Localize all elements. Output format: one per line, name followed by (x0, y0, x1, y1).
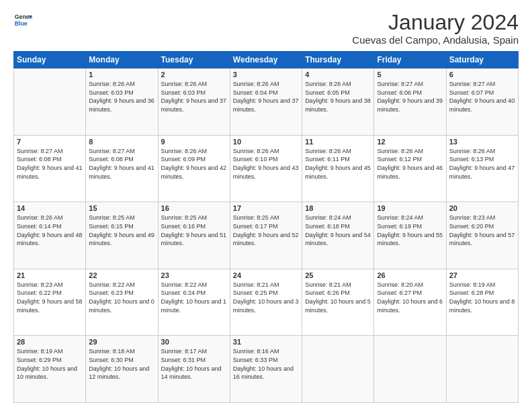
day-number: 30 (161, 338, 227, 346)
table-row (374, 336, 446, 403)
day-info: Sunrise: 8:27 AMSunset: 6:08 PMDaylight:… (17, 147, 83, 181)
table-row: 28 Sunrise: 8:19 AMSunset: 6:29 PMDaylig… (14, 336, 86, 403)
table-row: 19 Sunrise: 8:24 AMSunset: 6:19 PMDaylig… (374, 202, 446, 269)
table-row: 11 Sunrise: 8:26 AMSunset: 6:11 PMDaylig… (302, 135, 374, 202)
col-friday: Friday (374, 52, 446, 68)
table-row: 17 Sunrise: 8:25 AMSunset: 6:17 PMDaylig… (230, 202, 302, 269)
table-row: 3 Sunrise: 8:26 AMSunset: 6:04 PMDayligh… (230, 68, 302, 136)
day-info: Sunrise: 8:27 AMSunset: 6:07 PMDaylight:… (449, 80, 515, 113)
day-number: 12 (377, 138, 443, 146)
day-info: Sunrise: 8:21 AMSunset: 6:26 PMDaylight:… (305, 281, 371, 314)
table-row: 31 Sunrise: 8:16 AMSunset: 6:33 PMDaylig… (230, 336, 302, 403)
calendar-week-0: 1 Sunrise: 8:26 AMSunset: 6:03 PMDayligh… (14, 68, 519, 136)
table-row: 24 Sunrise: 8:21 AMSunset: 6:25 PMDaylig… (230, 269, 302, 336)
day-info: Sunrise: 8:19 AMSunset: 6:29 PMDaylight:… (17, 347, 83, 381)
logo-icon: General Blue (13, 11, 32, 30)
table-row: 1 Sunrise: 8:26 AMSunset: 6:03 PMDayligh… (86, 68, 158, 136)
day-info: Sunrise: 8:25 AMSunset: 6:17 PMDaylight:… (233, 214, 299, 247)
table-row: 21 Sunrise: 8:23 AMSunset: 6:22 PMDaylig… (14, 269, 86, 336)
table-row: 4 Sunrise: 8:26 AMSunset: 6:05 PMDayligh… (302, 68, 374, 136)
calendar-table: Sunday Monday Tuesday Wednesday Thursday… (13, 51, 519, 403)
day-number: 24 (233, 271, 299, 279)
table-row: 15 Sunrise: 8:25 AMSunset: 6:15 PMDaylig… (86, 202, 158, 269)
day-info: Sunrise: 8:26 AMSunset: 6:03 PMDaylight:… (161, 80, 227, 113)
table-row: 5 Sunrise: 8:27 AMSunset: 6:06 PMDayligh… (374, 68, 446, 136)
col-sunday: Sunday (14, 52, 86, 68)
table-row: 22 Sunrise: 8:22 AMSunset: 6:23 PMDaylig… (86, 269, 158, 336)
day-number: 22 (89, 271, 154, 279)
table-row: 18 Sunrise: 8:24 AMSunset: 6:18 PMDaylig… (302, 202, 374, 269)
table-row: 27 Sunrise: 8:19 AMSunset: 6:28 PMDaylig… (446, 269, 518, 336)
day-number: 23 (161, 271, 227, 279)
table-row: 29 Sunrise: 8:18 AMSunset: 6:30 PMDaylig… (86, 336, 158, 403)
day-number: 31 (233, 338, 299, 346)
day-info: Sunrise: 8:26 AMSunset: 6:03 PMDaylight:… (89, 80, 154, 113)
day-info: Sunrise: 8:24 AMSunset: 6:19 PMDaylight:… (377, 214, 443, 247)
day-number: 5 (377, 71, 443, 79)
col-tuesday: Tuesday (158, 52, 230, 68)
day-number: 13 (449, 138, 515, 146)
day-number: 4 (305, 71, 371, 79)
day-info: Sunrise: 8:26 AMSunset: 6:10 PMDaylight:… (233, 147, 299, 181)
day-number: 3 (233, 71, 299, 79)
day-number: 7 (17, 138, 83, 146)
day-info: Sunrise: 8:16 AMSunset: 6:33 PMDaylight:… (233, 347, 299, 381)
day-info: Sunrise: 8:22 AMSunset: 6:24 PMDaylight:… (161, 281, 227, 314)
day-info: Sunrise: 8:25 AMSunset: 6:16 PMDaylight:… (161, 214, 227, 247)
day-number: 20 (449, 204, 515, 212)
month-title: January 2024 (352, 11, 519, 34)
table-row: 7 Sunrise: 8:27 AMSunset: 6:08 PMDayligh… (14, 135, 86, 202)
day-number: 17 (233, 204, 299, 212)
day-info: Sunrise: 8:26 AMSunset: 6:11 PMDaylight:… (305, 147, 371, 181)
calendar-week-4: 28 Sunrise: 8:19 AMSunset: 6:29 PMDaylig… (14, 336, 519, 403)
day-number: 29 (89, 338, 154, 346)
table-row: 13 Sunrise: 8:26 AMSunset: 6:13 PMDaylig… (446, 135, 518, 202)
day-info: Sunrise: 8:26 AMSunset: 6:12 PMDaylight:… (377, 147, 443, 181)
col-wednesday: Wednesday (230, 52, 302, 68)
day-info: Sunrise: 8:26 AMSunset: 6:05 PMDaylight:… (305, 80, 371, 113)
day-info: Sunrise: 8:18 AMSunset: 6:30 PMDaylight:… (89, 347, 154, 381)
table-row: 23 Sunrise: 8:22 AMSunset: 6:24 PMDaylig… (158, 269, 230, 336)
day-info: Sunrise: 8:20 AMSunset: 6:27 PMDaylight:… (377, 281, 443, 314)
day-number: 21 (17, 271, 83, 279)
logo: General Blue (13, 11, 32, 30)
day-number: 15 (89, 204, 154, 212)
day-info: Sunrise: 8:21 AMSunset: 6:25 PMDaylight:… (233, 281, 299, 314)
day-info: Sunrise: 8:22 AMSunset: 6:23 PMDaylight:… (89, 281, 154, 314)
day-number: 10 (233, 138, 299, 146)
calendar-week-2: 14 Sunrise: 8:26 AMSunset: 6:14 PMDaylig… (14, 202, 519, 269)
day-info: Sunrise: 8:26 AMSunset: 6:13 PMDaylight:… (449, 147, 515, 181)
day-number: 11 (305, 138, 371, 146)
day-number: 26 (377, 271, 443, 279)
table-row: 16 Sunrise: 8:25 AMSunset: 6:16 PMDaylig… (158, 202, 230, 269)
location-title: Cuevas del Campo, Andalusia, Spain (352, 34, 519, 46)
table-row: 8 Sunrise: 8:27 AMSunset: 6:08 PMDayligh… (86, 135, 158, 202)
header-row: Sunday Monday Tuesday Wednesday Thursday… (14, 52, 519, 68)
day-info: Sunrise: 8:23 AMSunset: 6:22 PMDaylight:… (17, 281, 83, 314)
day-info: Sunrise: 8:23 AMSunset: 6:20 PMDaylight:… (449, 214, 515, 247)
table-row: 2 Sunrise: 8:26 AMSunset: 6:03 PMDayligh… (158, 68, 230, 136)
title-block: January 2024 Cuevas del Campo, Andalusia… (352, 11, 519, 46)
svg-text:Blue: Blue (15, 20, 28, 27)
day-number: 19 (377, 204, 443, 212)
day-number: 25 (305, 271, 371, 279)
day-number: 8 (89, 138, 154, 146)
table-row: 9 Sunrise: 8:26 AMSunset: 6:09 PMDayligh… (158, 135, 230, 202)
day-info: Sunrise: 8:26 AMSunset: 6:09 PMDaylight:… (161, 147, 227, 181)
day-info: Sunrise: 8:17 AMSunset: 6:31 PMDaylight:… (161, 347, 227, 381)
day-info: Sunrise: 8:27 AMSunset: 6:06 PMDaylight:… (377, 80, 443, 113)
table-row: 26 Sunrise: 8:20 AMSunset: 6:27 PMDaylig… (374, 269, 446, 336)
table-row (14, 68, 86, 136)
day-number: 28 (17, 338, 83, 346)
day-info: Sunrise: 8:26 AMSunset: 6:14 PMDaylight:… (17, 214, 83, 247)
table-row: 6 Sunrise: 8:27 AMSunset: 6:07 PMDayligh… (446, 68, 518, 136)
table-row: 20 Sunrise: 8:23 AMSunset: 6:20 PMDaylig… (446, 202, 518, 269)
day-number: 27 (449, 271, 515, 279)
calendar-week-1: 7 Sunrise: 8:27 AMSunset: 6:08 PMDayligh… (14, 135, 519, 202)
col-saturday: Saturday (446, 52, 518, 68)
day-number: 1 (89, 71, 154, 79)
day-number: 16 (161, 204, 227, 212)
day-info: Sunrise: 8:26 AMSunset: 6:04 PMDaylight:… (233, 80, 299, 113)
day-number: 2 (161, 71, 227, 79)
table-row: 12 Sunrise: 8:26 AMSunset: 6:12 PMDaylig… (374, 135, 446, 202)
